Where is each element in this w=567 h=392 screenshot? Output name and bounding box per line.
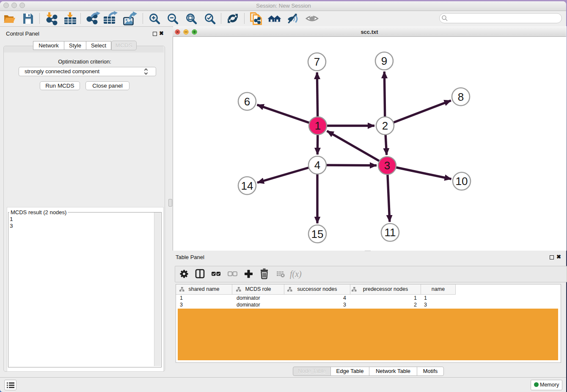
svg-text:1: 1 bbox=[315, 119, 321, 132]
svg-text:9: 9 bbox=[381, 55, 387, 67]
svg-text:f(x): f(x) bbox=[290, 269, 302, 279]
svg-text:7: 7 bbox=[314, 55, 320, 68]
svg-text:8: 8 bbox=[458, 91, 464, 103]
svg-text:6: 6 bbox=[244, 95, 250, 108]
svg-text:4: 4 bbox=[314, 159, 320, 171]
svg-text:2: 2 bbox=[382, 119, 388, 132]
svg-text:10: 10 bbox=[456, 175, 468, 188]
svg-text:11: 11 bbox=[385, 226, 396, 239]
svg-text:3: 3 bbox=[384, 159, 390, 172]
svg-text:15: 15 bbox=[311, 228, 324, 240]
svg-text:14: 14 bbox=[241, 179, 253, 192]
